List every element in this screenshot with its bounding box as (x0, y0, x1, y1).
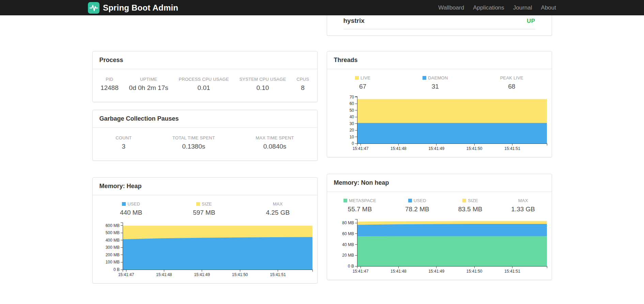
stat-heap-max: MAX 4.25 GB (266, 201, 290, 216)
svg-text:15:41:47: 15:41:47 (352, 146, 368, 151)
stat-value: 0.1380s (172, 143, 215, 150)
stat-nonheap-used: USED 78.2 MB (405, 198, 429, 213)
stat-value: 78.2 MB (405, 206, 429, 213)
memory-nonheap-panel: Memory: Non heap METASPACE 55.7 MB (327, 174, 552, 280)
stat-label: USED (414, 198, 426, 203)
stat-label: SIZE (202, 201, 212, 207)
page: Spring Boot Admin Wallboard Applications… (0, 0, 644, 304)
heap-panel-title: Memory: Heap (99, 183, 310, 190)
stat-heap-used: USED 440 MB (120, 201, 142, 216)
svg-text:20: 20 (349, 128, 354, 133)
stat-value: 3 (116, 143, 132, 150)
stat-label: DAEMON (428, 75, 448, 80)
brand-home-link[interactable]: Spring Boot Admin (88, 2, 178, 14)
application-name[interactable]: hystrix (343, 17, 365, 25)
svg-text:50: 50 (349, 108, 354, 113)
process-panel: Process PID 12488 UPTIME 0d 0h 2m 17s (92, 51, 318, 102)
nav-link-journal[interactable]: Journal (509, 4, 537, 11)
svg-text:15:41:50: 15:41:50 (466, 269, 482, 274)
stat-nonheap-max: MAX 1.33 GB (511, 198, 535, 213)
svg-text:60: 60 (349, 101, 354, 106)
stat-value: 597 MB (193, 209, 215, 216)
main-nav: Wallboard Applications Journal About (434, 4, 556, 11)
stat-uptime: UPTIME 0d 0h 2m 17s (129, 77, 168, 92)
legend-swatch-size-icon (196, 202, 200, 206)
stat-threads-peak-live: PEAK LIVE 68 (500, 75, 523, 90)
application-status-panel: hystrix UP (327, 15, 552, 36)
legend-swatch-used-icon (408, 199, 412, 202)
stat-label: MAX TIME SPENT (256, 135, 294, 140)
threads-panel: Threads LIVE 67 (327, 51, 552, 157)
stat-system-cpu-usage: SYSTEM CPU USAGE 0.10 (239, 77, 286, 92)
stat-value: 0.0840s (256, 143, 294, 150)
svg-text:10: 10 (349, 135, 354, 139)
legend-swatch-live-icon (355, 76, 359, 80)
svg-text:600 MB: 600 MB (105, 223, 119, 228)
svg-text:15:41:47: 15:41:47 (352, 269, 368, 274)
nonheap-panel-title: Memory: Non heap (334, 179, 545, 186)
stat-gc-count: COUNT 3 (116, 135, 132, 150)
svg-text:40 MB: 40 MB (342, 242, 354, 247)
svg-text:15:41:49: 15:41:49 (194, 272, 210, 277)
svg-text:15:41:50: 15:41:50 (232, 272, 248, 277)
heap-stats-row: USED 440 MB SIZE 597 MB (95, 201, 315, 216)
stat-threads-daemon: DAEMON 31 (423, 75, 448, 90)
legend-swatch-daemon-icon (423, 76, 426, 80)
stat-process-cpu-usage: PROCESS CPU USAGE 0.01 (179, 77, 229, 92)
process-stats-row: PID 12488 UPTIME 0d 0h 2m 17s PROCESS CP… (95, 77, 315, 92)
gc-stats-row: COUNT 3 TOTAL TIME SPENT 0.1380s MAX TIM… (95, 135, 315, 150)
threads-panel-title: Threads (334, 57, 545, 64)
nav-link-wallboard[interactable]: Wallboard (434, 4, 469, 11)
svg-text:60 MB: 60 MB (342, 231, 354, 236)
threads-stats-row: LIVE 67 DAEMON 31 (329, 75, 550, 90)
stat-value: 8 (296, 84, 309, 92)
stat-threads-live: LIVE 67 (355, 75, 370, 90)
svg-text:15:41:51: 15:41:51 (504, 269, 520, 274)
stat-label: MAX (273, 201, 283, 207)
svg-text:15:41:48: 15:41:48 (156, 272, 172, 277)
legend-swatch-size-icon (462, 199, 466, 202)
svg-text:15:41:47: 15:41:47 (118, 272, 134, 277)
legend-swatch-used-icon (122, 202, 126, 206)
stat-label: TOTAL TIME SPENT (172, 135, 215, 140)
svg-text:30: 30 (349, 121, 354, 126)
stat-gc-max-time: MAX TIME SPENT 0.0840s (256, 135, 294, 150)
stat-value: 31 (423, 83, 448, 90)
stat-label: PROCESS CPU USAGE (179, 77, 229, 82)
navbar: Spring Boot Admin Wallboard Applications… (0, 0, 644, 15)
stat-value: 440 MB (120, 209, 142, 216)
top-row-spacer (92, 15, 318, 36)
application-row[interactable]: hystrix UP (343, 15, 535, 29)
stat-label: USED (127, 201, 140, 207)
process-panel-title: Process (99, 57, 310, 64)
brand-title: Spring Boot Admin (103, 3, 178, 13)
nonheap-stats-row: METASPACE 55.7 MB USED 78.2 MB (329, 198, 550, 213)
svg-text:15:41:48: 15:41:48 (390, 146, 407, 151)
stat-pid: PID 12488 (101, 77, 119, 92)
svg-text:500 MB: 500 MB (105, 230, 119, 235)
stat-value: 55.7 MB (343, 206, 376, 213)
memory-heap-chart: 0 B100 MB200 MB300 MB400 MB500 MB600 MB1… (97, 220, 317, 278)
svg-text:0 B: 0 B (348, 264, 354, 269)
stat-value: 4.25 GB (266, 209, 290, 216)
legend-swatch-metaspace-icon (343, 199, 347, 202)
memory-nonheap-chart: 0 B20 MB40 MB60 MB80 MB15:41:4715:41:481… (331, 216, 551, 275)
threads-chart: 01020304050607015:41:4715:41:4815:41:491… (331, 94, 551, 152)
svg-text:300 MB: 300 MB (105, 245, 119, 250)
nav-link-applications[interactable]: Applications (469, 4, 509, 11)
stat-value: 67 (355, 83, 370, 90)
stat-label: PEAK LIVE (500, 75, 523, 80)
svg-text:400 MB: 400 MB (105, 238, 119, 243)
stat-label: COUNT (116, 135, 132, 140)
svg-text:15:41:50: 15:41:50 (466, 146, 482, 151)
stat-label: MAX (518, 198, 528, 203)
svg-text:15:41:49: 15:41:49 (428, 146, 444, 151)
nav-link-about[interactable]: About (537, 4, 556, 11)
svg-text:70: 70 (349, 95, 354, 100)
gc-panel-title: Garbage Collection Pauses (99, 115, 310, 122)
stat-value: 0d 0h 2m 17s (129, 84, 168, 92)
svg-text:200 MB: 200 MB (105, 253, 119, 257)
stat-label: UPTIME (140, 77, 157, 82)
application-status-badge: UP (527, 18, 535, 25)
svg-text:15:41:48: 15:41:48 (390, 269, 407, 274)
